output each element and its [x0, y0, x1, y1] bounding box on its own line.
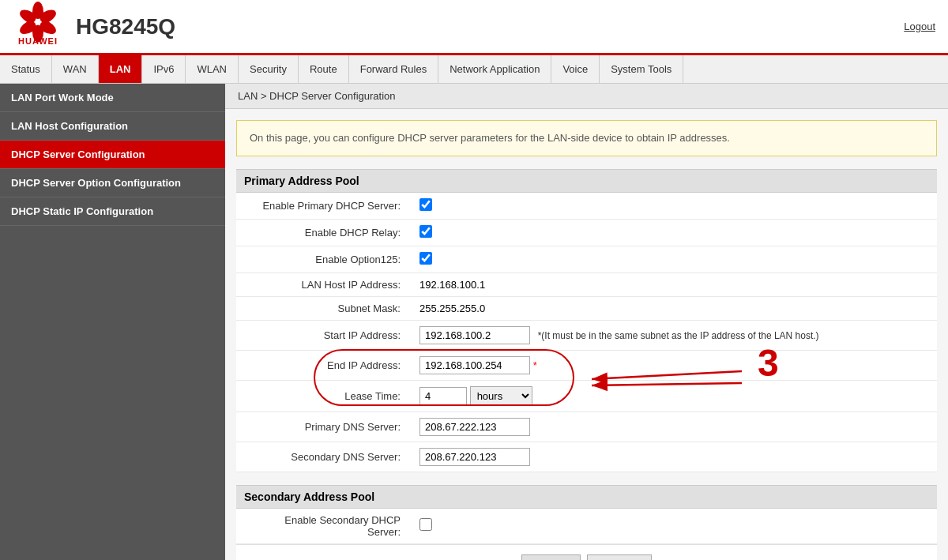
row-lease-time: Lease Time: hours minutes seconds — [236, 380, 937, 412]
label-enable-dhcp-relay: Enable DHCP Relay: — [236, 219, 410, 246]
nav-wan[interactable]: WAN — [52, 55, 99, 83]
sidebar-item-dhcp-server[interactable]: DHCP Server Configuration — [0, 141, 225, 169]
row-primary-dns: Primary DNS Server: — [236, 412, 937, 442]
input-end-ip[interactable] — [419, 356, 530, 374]
sidebar-item-lan-port[interactable]: LAN Port Work Mode — [0, 84, 225, 112]
required-star-end-ip: * — [533, 359, 537, 371]
label-secondary-dns: Secondary DNS Server: — [236, 442, 410, 472]
form-buttons: Apply Cancel — [236, 544, 937, 561]
nav-system-tools[interactable]: System Tools — [600, 55, 683, 83]
value-lan-host-ip: 192.168.100.1 — [410, 272, 937, 296]
label-lease-time: Lease Time: — [236, 380, 410, 412]
row-secondary-dns: Secondary DNS Server: — [236, 442, 937, 472]
info-box: On this page, you can configure DHCP ser… — [236, 120, 937, 156]
label-enable-secondary-dhcp: Enable Secondary DHCPServer: — [236, 509, 410, 544]
label-end-ip: End IP Address: — [236, 350, 410, 380]
content-area: LAN > DHCP Server Configuration On this … — [225, 84, 948, 560]
checkbox-enable-dhcp-relay[interactable] — [419, 225, 432, 238]
huawei-logo: HUAWEI — [13, 6, 63, 47]
checkbox-enable-option125[interactable] — [419, 252, 432, 265]
header-left: HUAWEI HG8245Q — [13, 6, 175, 47]
sidebar-item-lan-host[interactable]: LAN Host Configuration — [0, 112, 225, 141]
main-layout: LAN Port Work Mode LAN Host Configuratio… — [0, 84, 948, 560]
row-enable-dhcp-relay: Enable DHCP Relay: — [236, 219, 937, 246]
checkbox-enable-secondary-dhcp[interactable] — [419, 518, 432, 531]
label-lan-host-ip: LAN Host IP Address: — [236, 272, 410, 296]
nav-ipv6[interactable]: IPv6 — [142, 55, 186, 83]
content-inner: On this page, you can configure DHCP ser… — [225, 109, 948, 560]
sidebar-item-dhcp-static[interactable]: DHCP Static IP Configuration — [0, 197, 225, 226]
nav-voice[interactable]: Voice — [551, 55, 600, 83]
row-end-ip: End IP Address: * — [236, 350, 937, 380]
primary-pool-table: Enable Primary DHCP Server: Enable DHCP … — [236, 193, 937, 472]
logout-button[interactable]: Logout — [904, 21, 935, 32]
nav-network-application[interactable]: Network Application — [438, 55, 551, 83]
label-enable-primary-dhcp: Enable Primary DHCP Server: — [236, 193, 410, 220]
nav-security[interactable]: Security — [239, 55, 299, 83]
cancel-button[interactable]: Cancel — [587, 554, 652, 561]
select-lease-unit[interactable]: hours minutes seconds — [470, 386, 532, 406]
input-secondary-dns[interactable] — [419, 448, 530, 466]
value-subnet-mask: 255.255.255.0 — [410, 296, 937, 320]
row-enable-option125: Enable Option125: — [236, 246, 937, 272]
label-start-ip: Start IP Address: — [236, 320, 410, 350]
primary-pool-form: Enable Primary DHCP Server: Enable DHCP … — [236, 193, 937, 472]
breadcrumb: LAN > DHCP Server Configuration — [225, 84, 948, 109]
secondary-pool-title: Secondary Address Pool — [236, 485, 937, 509]
device-title: HG8245Q — [76, 14, 175, 39]
row-enable-primary-dhcp: Enable Primary DHCP Server: — [236, 193, 937, 220]
input-start-ip[interactable] — [419, 326, 530, 344]
row-start-ip: Start IP Address: *(It must be in the sa… — [236, 320, 937, 350]
label-primary-dns: Primary DNS Server: — [236, 412, 410, 442]
sidebar: LAN Port Work Mode LAN Host Configuratio… — [0, 84, 225, 560]
apply-button[interactable]: Apply — [521, 554, 581, 561]
secondary-pool-table: Enable Secondary DHCPServer: — [236, 509, 937, 544]
sidebar-item-dhcp-option[interactable]: DHCP Server Option Configuration — [0, 169, 225, 197]
header: HUAWEI HG8245Q Logout — [0, 0, 948, 55]
row-lan-host-ip: LAN Host IP Address: 192.168.100.1 — [236, 272, 937, 296]
hint-start-ip: *(It must be in the same subnet as the I… — [538, 330, 819, 341]
row-enable-secondary-dhcp: Enable Secondary DHCPServer: — [236, 509, 937, 544]
checkbox-enable-primary-dhcp[interactable] — [419, 198, 432, 211]
main-nav: Status WAN LAN IPv6 WLAN Security Route … — [0, 55, 948, 84]
row-subnet-mask: Subnet Mask: 255.255.255.0 — [236, 296, 937, 320]
label-subnet-mask: Subnet Mask: — [236, 296, 410, 320]
label-enable-option125: Enable Option125: — [236, 246, 410, 272]
nav-route[interactable]: Route — [299, 55, 349, 83]
primary-pool-title: Primary Address Pool — [236, 169, 937, 193]
nav-lan[interactable]: LAN — [99, 55, 143, 83]
nav-wlan[interactable]: WLAN — [186, 55, 239, 83]
nav-forward-rules[interactable]: Forward Rules — [349, 55, 439, 83]
input-primary-dns[interactable] — [419, 418, 530, 436]
input-lease-time[interactable] — [419, 387, 467, 405]
nav-status[interactable]: Status — [0, 55, 52, 83]
